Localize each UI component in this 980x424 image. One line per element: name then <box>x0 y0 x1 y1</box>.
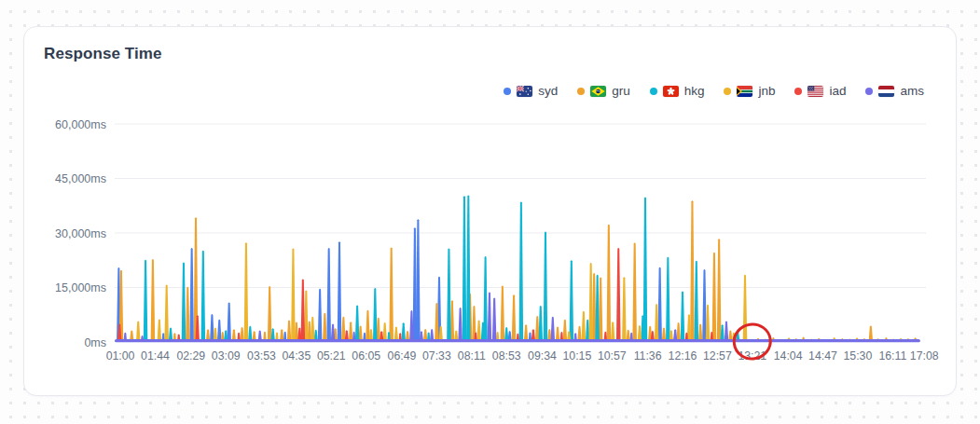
spike <box>401 322 406 342</box>
svg-text:45,000ms: 45,000ms <box>55 172 106 185</box>
svg-text:0ms: 0ms <box>84 336 106 349</box>
spike <box>217 320 222 342</box>
svg-text:60,000ms: 60,000ms <box>55 118 106 131</box>
spike <box>712 253 717 342</box>
spike <box>743 275 748 342</box>
spike <box>164 284 169 342</box>
series-hkg[interactable] <box>144 195 740 342</box>
spike <box>268 286 272 342</box>
spike <box>287 321 292 342</box>
legend-item-jnb[interactable]: jnb <box>724 84 775 98</box>
svg-text:16:11: 16:11 <box>878 349 906 362</box>
svg-text:11:36: 11:36 <box>634 349 662 362</box>
spike <box>291 248 296 342</box>
svg-text:10:57: 10:57 <box>598 349 627 362</box>
spike <box>492 297 497 342</box>
legend-item-hkg[interactable]: hkg <box>650 84 705 98</box>
legend-dot-syd <box>504 88 511 95</box>
legend-label-jnb: jnb <box>758 84 775 98</box>
spike <box>182 263 186 342</box>
spike <box>227 302 231 342</box>
spike <box>447 248 451 342</box>
spike <box>666 257 670 342</box>
spike <box>588 263 593 342</box>
spike <box>632 243 637 342</box>
legend-label-ams: ams <box>900 84 924 98</box>
spike <box>563 320 568 342</box>
response-time-card: 60,000ms45,000ms30,000ms15,000ms0ms01:00… <box>23 26 957 396</box>
spike <box>512 294 517 342</box>
series-gru[interactable] <box>119 200 918 342</box>
spike <box>698 324 703 343</box>
spike <box>189 248 194 342</box>
spike <box>144 260 148 342</box>
spike <box>501 286 505 342</box>
spike <box>331 324 336 343</box>
page: { "card": { "title": "Response Time" }, … <box>0 0 980 424</box>
legend-item-iad[interactable]: iad <box>794 84 846 98</box>
spike <box>341 317 346 342</box>
spike <box>326 248 331 342</box>
legend-label-syd: syd <box>538 84 558 98</box>
spike <box>355 306 360 342</box>
svg-text:15:30: 15:30 <box>844 349 873 362</box>
spike <box>201 251 206 342</box>
spike <box>318 289 323 342</box>
spike <box>389 248 393 342</box>
chart-title: Response Time <box>44 45 162 63</box>
spike <box>655 304 659 342</box>
baseline-ams[interactable] <box>115 339 920 342</box>
spike <box>725 321 729 342</box>
spike <box>538 306 543 342</box>
spike <box>458 308 462 342</box>
spike <box>681 291 685 342</box>
spike <box>462 196 467 342</box>
y-axis-labels: 60,000ms45,000ms30,000ms15,000ms0ms <box>55 118 106 349</box>
svg-text:12:16: 12:16 <box>669 349 697 362</box>
spike <box>483 256 488 342</box>
legend-dot-gru <box>577 88 585 95</box>
legend-label-iad: iad <box>829 84 846 98</box>
svg-text:05:21: 05:21 <box>317 349 346 362</box>
legend-item-gru[interactable]: gru <box>577 84 630 98</box>
svg-text:07:33: 07:33 <box>422 349 451 362</box>
spike <box>136 321 141 342</box>
spike <box>570 260 574 342</box>
spike <box>607 225 612 342</box>
svg-text:03:53: 03:53 <box>247 349 276 362</box>
svg-text:03:09: 03:09 <box>212 349 241 362</box>
chart-canvas[interactable]: 60,000ms45,000ms30,000ms15,000ms0ms01:00… <box>24 27 958 397</box>
svg-text:15,000ms: 15,000ms <box>55 281 106 294</box>
spike <box>622 277 627 342</box>
spike <box>706 305 711 342</box>
svg-text:14:04: 14:04 <box>774 349 803 362</box>
spike <box>301 280 306 342</box>
legend-item-syd[interactable]: syd <box>504 84 558 98</box>
svg-text:01:00: 01:00 <box>106 349 135 362</box>
svg-text:12:57: 12:57 <box>703 349 732 362</box>
flag-us-icon <box>807 86 823 97</box>
legend-label-hkg: hkg <box>684 84 705 98</box>
legend-item-ams[interactable]: ams <box>865 84 924 98</box>
spike <box>519 201 524 342</box>
spike <box>349 321 353 342</box>
spike <box>551 317 556 342</box>
svg-text:08:11: 08:11 <box>458 349 486 362</box>
x-axis-labels: 01:0001:4402:2903:0903:5304:3505:2106:05… <box>106 349 939 362</box>
spike <box>643 197 648 342</box>
svg-text:14:47: 14:47 <box>808 349 837 362</box>
spike <box>373 288 378 342</box>
legend-label-gru: gru <box>612 84 630 98</box>
svg-text:04:35: 04:35 <box>282 349 311 362</box>
flag-za-icon <box>737 86 752 97</box>
legend-dot-jnb <box>724 88 731 95</box>
svg-text:17:08: 17:08 <box>910 349 939 362</box>
legend-dot-iad <box>794 88 802 95</box>
spike <box>311 317 315 342</box>
spike <box>466 195 471 342</box>
svg-text:01:44: 01:44 <box>141 349 170 362</box>
response-time-chart[interactable]: 60,000ms45,000ms30,000ms15,000ms0ms01:00… <box>24 27 958 397</box>
svg-text:02:29: 02:29 <box>176 349 205 362</box>
spike <box>595 275 600 342</box>
flag-br-icon <box>590 86 606 97</box>
